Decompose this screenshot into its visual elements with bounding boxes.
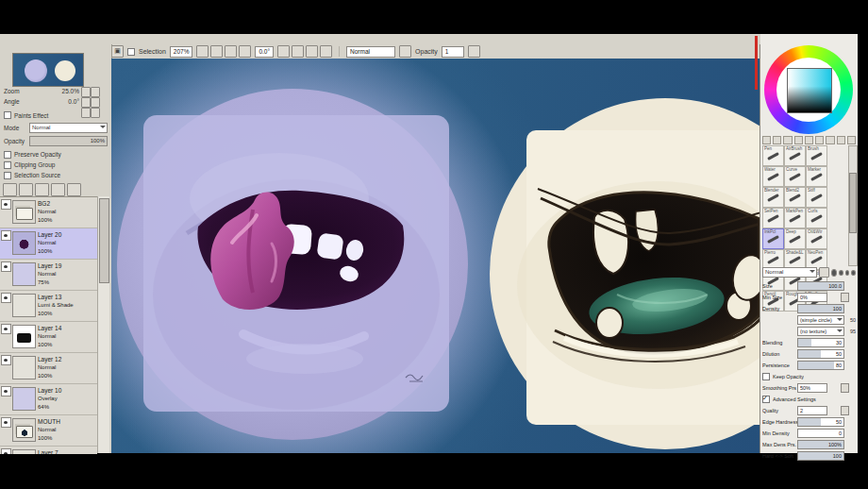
navigator-thumbnail[interactable] xyxy=(12,53,84,87)
layer-checkbox-row[interactable]: Preserve Opacity xyxy=(4,149,108,160)
rotate-button[interactable] xyxy=(306,45,318,58)
brush-setting-row[interactable]: Quality 2 xyxy=(760,405,858,416)
setting-slider[interactable]: 100 xyxy=(797,451,844,461)
brush-setting-row[interactable]: (no texture) 95 xyxy=(760,326,858,337)
zoom-button[interactable] xyxy=(239,45,251,58)
navigator-button[interactable] xyxy=(81,97,91,108)
setting-slider[interactable]: 2 xyxy=(797,406,827,415)
angle-value-field[interactable]: 0.0° xyxy=(255,46,274,58)
brush-preset[interactable]: Curve xyxy=(784,166,806,187)
brush-preset[interactable]: Deep xyxy=(784,228,806,249)
brush-preset[interactable]: Blender xyxy=(762,187,784,208)
brush-setting-row[interactable]: Smoothing Prs 50% xyxy=(760,382,858,394)
rotate-button[interactable] xyxy=(320,45,332,58)
setting-slider[interactable]: 0 xyxy=(797,429,844,438)
visibility-toggle[interactable] xyxy=(1,324,11,334)
layer-row[interactable]: Layer 19 Normal 75% xyxy=(0,260,97,291)
setting-slider[interactable]: 50 xyxy=(797,417,844,427)
canvas-area[interactable] xyxy=(111,59,760,453)
layer-row[interactable]: Layer 7 Normal 100% xyxy=(0,447,97,454)
navigator-button[interactable] xyxy=(81,87,91,97)
paints-effect-checkbox[interactable] xyxy=(4,111,11,119)
layer-row[interactable]: MOUTH Normal 100% xyxy=(0,415,97,447)
visibility-toggle[interactable] xyxy=(1,261,11,272)
brush-preset[interactable]: SelPen xyxy=(762,208,784,228)
color-panel-tab-icon[interactable] xyxy=(837,136,845,144)
setting-slider[interactable]: 50 xyxy=(797,349,844,359)
setting-slider[interactable]: 80 xyxy=(797,361,844,370)
setting-slider[interactable] xyxy=(804,373,844,380)
saturation-value-square[interactable] xyxy=(787,68,832,113)
brush-grid-scrollbar[interactable] xyxy=(848,145,858,266)
layer-tool-button[interactable] xyxy=(51,183,65,196)
visibility-toggle[interactable] xyxy=(1,448,11,454)
opacity-option-button[interactable] xyxy=(468,45,480,58)
brush-preset[interactable]: Brush xyxy=(806,145,827,166)
brush-setting-row[interactable]: Density 100 xyxy=(760,303,858,314)
brush-size-dot-medium[interactable] xyxy=(839,270,843,276)
rotate-button[interactable] xyxy=(292,45,304,58)
visibility-toggle[interactable] xyxy=(1,355,11,365)
layer-row[interactable]: Layer 20 Normal 100% xyxy=(0,228,97,260)
brush-setting-row[interactable]: Max Dens Prs. 100% xyxy=(760,439,858,450)
brush-size-dot-small[interactable] xyxy=(845,270,850,276)
navigator-button[interactable] xyxy=(91,87,100,97)
checkbox[interactable] xyxy=(4,172,11,179)
brush-mode-option-button[interactable] xyxy=(819,267,829,278)
layer-mode-select[interactable]: Normal xyxy=(29,123,108,133)
brush-mode-select[interactable]: Normal xyxy=(762,267,817,278)
mode-option-button[interactable] xyxy=(399,45,411,58)
brush-setting-row[interactable]: Min Density 0 xyxy=(760,428,858,439)
rotate-button[interactable] xyxy=(277,45,290,58)
color-panel-tab-icon[interactable] xyxy=(794,136,803,144)
brush-preset[interactable]: Oil&Wtr xyxy=(806,228,827,249)
setting-slider[interactable]: 50% xyxy=(797,383,827,393)
brush-setting-row[interactable]: Blending 30 xyxy=(760,337,858,348)
brush-size-dot-large[interactable] xyxy=(831,269,837,277)
brush-setting-row[interactable]: Keep Opacity xyxy=(760,371,858,382)
brush-setting-row[interactable]: Min Size 0% xyxy=(760,292,858,303)
brush-setting-row[interactable]: Persistence 80 xyxy=(760,360,858,371)
brush-preset[interactable]: Pen xyxy=(762,145,784,166)
color-panel-tab-icon[interactable] xyxy=(773,136,781,144)
layer-opacity-slider[interactable]: 100% xyxy=(29,136,108,146)
setting-slider[interactable]: 100.0 xyxy=(797,281,844,291)
setting-slider[interactable]: 100% xyxy=(797,440,844,449)
layer-row[interactable]: BG2 Normal 100% xyxy=(0,197,97,228)
brush-preset[interactable]: AirBrush xyxy=(784,145,806,166)
layer-tool-button[interactable] xyxy=(35,183,49,196)
brush-preset[interactable]: InkPcl xyxy=(762,228,784,249)
layer-checkbox-row[interactable]: Clipping Group xyxy=(4,160,108,170)
visibility-toggle[interactable] xyxy=(1,386,11,396)
visibility-toggle[interactable] xyxy=(1,230,11,241)
brush-preset[interactable]: Marker xyxy=(806,166,827,187)
color-panel-tab-icon[interactable] xyxy=(826,136,834,144)
color-panel-tab-icon[interactable] xyxy=(847,136,856,144)
color-panel-tab-icon[interactable] xyxy=(805,136,813,144)
checkbox[interactable] xyxy=(4,161,11,169)
setting-checkbox[interactable] xyxy=(762,373,770,380)
setting-slider[interactable] xyxy=(816,396,844,403)
setting-slider[interactable]: 100 xyxy=(797,304,844,313)
brush-setting-row[interactable]: Advanced Settings xyxy=(760,394,858,405)
brush-setting-row[interactable]: Hard <-> Soft 100 xyxy=(760,450,858,462)
setting-checkbox[interactable] xyxy=(762,396,770,403)
layer-row[interactable]: Layer 13 Lumi & Shade 100% xyxy=(0,291,97,322)
setting-slider[interactable]: 30 xyxy=(797,338,844,347)
visibility-toggle[interactable] xyxy=(1,293,11,303)
new-canvas-button[interactable]: ▣ xyxy=(111,45,124,58)
setting-slider[interactable]: (simple circle) xyxy=(797,315,844,325)
brush-preset[interactable]: Water xyxy=(762,166,784,187)
selection-checkbox[interactable] xyxy=(127,48,135,56)
brush-setting-row[interactable]: Edge Hardness 50 xyxy=(760,416,858,428)
zoom-value-field[interactable]: 207% xyxy=(170,46,193,58)
brush-preset[interactable]: Stiff xyxy=(806,187,827,208)
layer-row[interactable]: Layer 10 Overlay 64% xyxy=(0,384,97,415)
setting-slider[interactable]: (no texture) xyxy=(797,327,844,336)
brush-setting-row[interactable]: Size 100.0 xyxy=(760,280,858,292)
layer-list-scrollbar[interactable] xyxy=(97,196,109,453)
setting-slider[interactable]: 0% xyxy=(797,293,827,302)
color-panel-tab-icon[interactable] xyxy=(783,136,792,144)
scrollbar-thumb[interactable] xyxy=(849,173,857,233)
brush-setting-row[interactable]: (simple circle) 50 xyxy=(760,314,858,326)
